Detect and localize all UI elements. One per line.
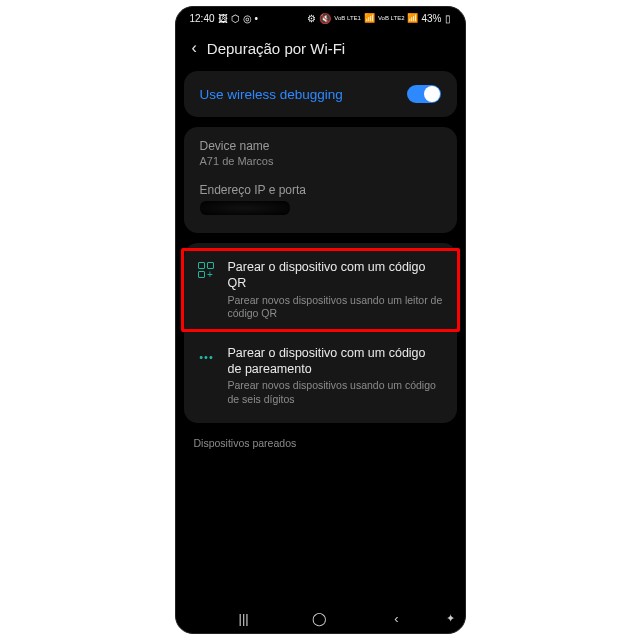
accessibility-icon[interactable]: ✦ xyxy=(446,612,455,625)
pair-code-option[interactable]: ••• Parear o dispositivo com um código d… xyxy=(184,333,457,419)
device-name-row: Device name A71 de Marcos xyxy=(184,127,457,171)
nav-bar: ||| ◯ ‹ xyxy=(176,603,465,633)
device-name-value: A71 de Marcos xyxy=(200,155,441,167)
device-name-label: Device name xyxy=(200,139,441,153)
phone-frame: 12:40 🖼 ⬡ ◎ • ⚙ 🔇 VoB LTE1 📶 VoB LTE2 📶 … xyxy=(175,6,466,634)
qr-icon: + xyxy=(198,262,216,278)
nav-back[interactable]: ‹ xyxy=(376,611,416,626)
pair-code-subtitle: Parear novos dispositivos usando um códi… xyxy=(228,379,443,406)
status-bar: 12:40 🖼 ⬡ ◎ • ⚙ 🔇 VoB LTE1 📶 VoB LTE2 📶 … xyxy=(176,7,465,29)
device-info-card: Device name A71 de Marcos Endereço IP e … xyxy=(184,127,457,233)
pairing-code-icon: ••• xyxy=(198,348,216,364)
signal-icon: 📶 xyxy=(364,13,375,23)
status-icon: 🖼 xyxy=(218,13,228,24)
status-icon: • xyxy=(255,13,259,24)
nav-home[interactable]: ◯ xyxy=(300,611,340,626)
nav-recents[interactable]: ||| xyxy=(224,611,264,626)
network-label: VoB LTE1 xyxy=(334,15,361,21)
toggle-switch[interactable] xyxy=(407,85,441,103)
toggle-label: Use wireless debugging xyxy=(200,87,343,102)
battery-label: 43% xyxy=(421,13,441,24)
signal-icon: 📶 xyxy=(407,13,418,23)
paired-devices-label: Dispositivos pareados xyxy=(176,433,465,453)
status-icon: ◎ xyxy=(243,13,252,24)
wireless-debugging-card: Use wireless debugging xyxy=(184,71,457,117)
wireless-debugging-toggle-row[interactable]: Use wireless debugging xyxy=(184,71,457,117)
battery-icon: ▯ xyxy=(445,13,451,24)
pair-qr-option[interactable]: + Parear o dispositivo com um código QR … xyxy=(184,247,457,333)
status-icon: ⚙ xyxy=(307,13,316,24)
mute-icon: 🔇 xyxy=(319,13,331,24)
page-header: ‹ Depuração por Wi-Fi xyxy=(176,29,465,71)
pair-code-title: Parear o dispositivo com um código de pa… xyxy=(228,345,443,378)
ip-port-row: Endereço IP e porta xyxy=(184,171,457,233)
ip-port-value-redacted xyxy=(200,201,290,215)
pair-qr-subtitle: Parear novos dispositivos usando um leit… xyxy=(228,294,443,321)
status-time: 12:40 xyxy=(190,13,215,24)
ip-port-label: Endereço IP e porta xyxy=(200,183,441,197)
page-title: Depuração por Wi-Fi xyxy=(207,40,345,57)
status-icon: ⬡ xyxy=(231,13,240,24)
pairing-options-card: + Parear o dispositivo com um código QR … xyxy=(184,243,457,423)
pair-qr-title: Parear o dispositivo com um código QR xyxy=(228,259,443,292)
back-icon[interactable]: ‹ xyxy=(192,39,197,57)
network-label: VoB LTE2 xyxy=(378,15,405,21)
